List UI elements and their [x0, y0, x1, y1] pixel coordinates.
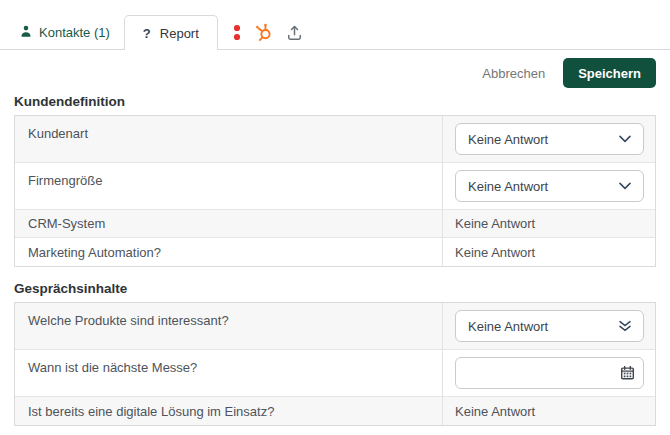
readonly-value: Keine Antwort — [455, 245, 535, 260]
table-row: Marketing Automation? Keine Antwort — [15, 238, 655, 266]
readonly-value: Keine Antwort — [455, 404, 535, 419]
form-actions: Abbrechen Speichern — [14, 58, 656, 88]
double-chevron-down-icon — [619, 320, 631, 332]
tab-bar-icons — [233, 15, 303, 49]
field-value-cell — [442, 350, 655, 396]
field-value-cell: Keine Antwort — [442, 303, 655, 349]
section-title-kundendefinition: Kundendefinition — [14, 94, 656, 109]
messe-date-input[interactable] — [455, 357, 644, 389]
field-label: Welche Produkte sind interessant? — [15, 303, 442, 349]
field-label: Wann ist die nächste Messe? — [15, 350, 442, 396]
table-row: Welche Produkte sind interessant? Keine … — [15, 303, 655, 350]
tab-report-label: Report — [160, 26, 199, 41]
field-label: CRM-System — [15, 210, 442, 237]
tab-kontakte[interactable]: Kontakte (1) — [20, 15, 124, 49]
red-dots-icon[interactable] — [233, 24, 241, 41]
table-row: CRM-System Keine Antwort — [15, 210, 655, 238]
kundenart-select[interactable]: Keine Antwort — [455, 123, 644, 155]
gespraechsinhalte-table: Welche Produkte sind interessant? Keine … — [14, 302, 656, 426]
field-label: Firmengröße — [15, 163, 442, 209]
hubspot-sprocket-icon[interactable] — [254, 23, 273, 42]
tab-bar: Kontakte (1) ? Report — [0, 0, 670, 50]
tab-report[interactable]: ? Report — [124, 15, 218, 50]
tab-kontakte-label: Kontakte (1) — [39, 25, 110, 40]
select-value: Keine Antwort — [468, 132, 548, 147]
table-row: Kundenart Keine Antwort — [15, 116, 655, 163]
field-value-cell: Keine Antwort — [442, 116, 655, 162]
date-field-wrap — [455, 357, 644, 389]
field-value-cell: Keine Antwort — [442, 210, 655, 237]
section-title-gespraechsinhalte: Gesprächsinhalte — [14, 281, 656, 296]
field-label: Marketing Automation? — [15, 238, 442, 266]
firmengroesse-select[interactable]: Keine Antwort — [455, 170, 644, 202]
table-row: Wann ist die nächste Messe? — [15, 350, 655, 397]
question-mark-icon: ? — [143, 26, 151, 41]
cancel-button[interactable]: Abbrechen — [482, 66, 545, 81]
upload-icon[interactable] — [286, 24, 303, 41]
save-button[interactable]: Speichern — [563, 58, 656, 88]
field-value-cell: Keine Antwort — [442, 397, 655, 425]
field-label: Kundenart — [15, 116, 442, 162]
kundendefinition-table: Kundenart Keine Antwort Firmengröße Kein… — [14, 115, 656, 267]
table-row: Firmengröße Keine Antwort — [15, 163, 655, 210]
person-icon — [20, 25, 32, 40]
field-value-cell: Keine Antwort — [442, 238, 655, 266]
chevron-down-icon — [619, 135, 631, 143]
readonly-value: Keine Antwort — [455, 216, 535, 231]
chevron-down-icon — [619, 182, 631, 190]
field-value-cell: Keine Antwort — [442, 163, 655, 209]
produkte-multiselect[interactable]: Keine Antwort — [455, 310, 644, 342]
select-value: Keine Antwort — [468, 179, 548, 194]
field-label: Ist bereits eine digitale Lösung im Eins… — [15, 397, 442, 425]
table-row: Ist bereits eine digitale Lösung im Eins… — [15, 397, 655, 425]
select-value: Keine Antwort — [468, 319, 548, 334]
